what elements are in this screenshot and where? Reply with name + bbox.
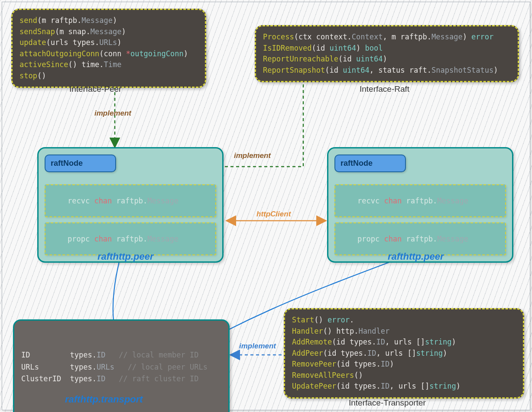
- label-implement-transporter: implement: [239, 342, 276, 351]
- recvc-pkg-r: raftpb: [406, 196, 433, 205]
- recvc-pkg: raftpb: [117, 196, 143, 205]
- peer-left-title: rafthttp.peer: [97, 251, 154, 262]
- propc-kw-r: chan: [384, 235, 402, 243]
- propc-pkg-r: raftpb: [406, 235, 433, 243]
- interface-raft-box: Process(ctx context.Context, m raftpb.Me…: [255, 25, 519, 82]
- peer-right-recvc-row: recvc chan raftpb.Message: [334, 184, 506, 217]
- propc-name-r: propc: [357, 235, 380, 243]
- label-http-client: httpClient: [256, 210, 291, 219]
- interface-raft-title: Interface-Raft: [360, 84, 409, 94]
- propc-kw: chan: [94, 235, 112, 243]
- recvc-name: recvc: [68, 196, 90, 205]
- recvc-kw: chan: [94, 196, 112, 205]
- interface-transporter-box: Start() error.Handler() http.HandlerAddR…: [284, 308, 524, 399]
- interface-peer-box: send(m raftpb.Message)sendSnap(m snap.Me…: [11, 9, 206, 88]
- recvc-type: Message: [147, 196, 178, 205]
- recvc-kw-r: chan: [384, 196, 402, 205]
- recvc-name-r: recvc: [357, 196, 380, 205]
- transport-title: rafthttp.transport: [65, 394, 143, 405]
- peer-left-propc-row: propc chan raftpb.Message: [45, 222, 216, 255]
- interface-transporter-code: Start() error.Handler() http.HandlerAddR…: [292, 315, 516, 392]
- peer-right-box: raftNode recvc chan raftpb.Message propc…: [327, 147, 513, 263]
- propc-type: Message: [147, 235, 178, 243]
- transport-ellipsis: //...: [21, 410, 221, 412]
- peer-left-box: raftNode recvc chan raftpb.Message propc…: [37, 147, 224, 263]
- interface-peer-title: Interface-Peer: [69, 84, 121, 94]
- propc-name: propc: [68, 235, 90, 243]
- peer-right-propc-row: propc chan raftpb.Message: [334, 222, 506, 255]
- interface-peer-code: send(m raftpb.Message)sendSnap(m snap.Me…: [19, 15, 198, 81]
- label-implement-raft: implement: [234, 151, 271, 160]
- propc-type-r: Message: [437, 235, 468, 243]
- peer-left-recvc-row: recvc chan raftpb.Message: [45, 184, 216, 217]
- recvc-type-r: Message: [437, 196, 468, 205]
- raft-node-left: raftNode: [45, 154, 116, 172]
- raft-node-right: raftNode: [334, 154, 406, 172]
- interface-transporter-title: Interface-Transporter: [349, 398, 426, 408]
- label-implement-peer: implement: [94, 109, 131, 118]
- transport-rows: ID types.ID // local member IDURLs types…: [21, 349, 221, 385]
- propc-pkg: raftpb: [117, 235, 143, 243]
- peer-right-title: rafthttp.peer: [388, 251, 444, 262]
- interface-raft-code: Process(ctx context.Context, m raftpb.Me…: [263, 32, 511, 76]
